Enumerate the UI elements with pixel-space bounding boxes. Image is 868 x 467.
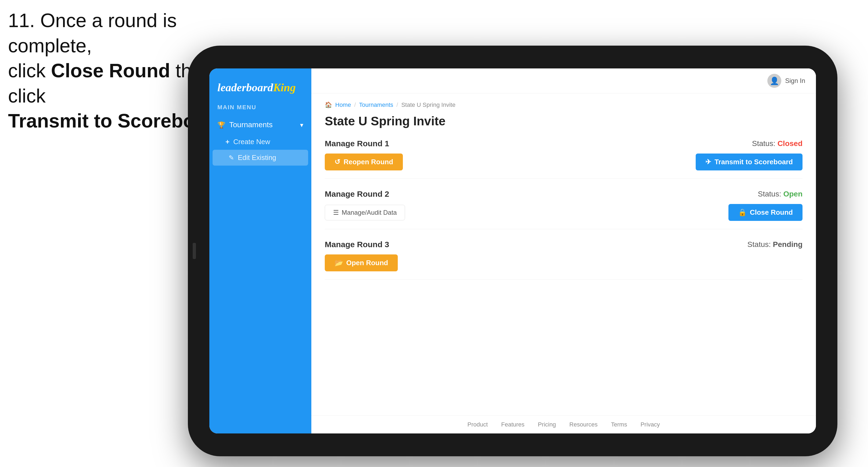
round-2-title: Manage Round 2 — [325, 189, 389, 198]
transmit-scoreboard-button[interactable]: ✈ Transmit to Scoreboard — [696, 154, 803, 170]
trophy-icon — [217, 121, 225, 129]
round-3-status: Status: Pending — [747, 240, 803, 249]
sidebar-edit-existing[interactable]: Edit Existing — [213, 150, 308, 165]
tablet-screen: leaderboardKing MAIN MENU Tournaments Cr… — [209, 68, 816, 433]
round-2-status-value: Open — [783, 190, 803, 198]
app-footer: Product Features Pricing Resources Terms… — [311, 415, 816, 433]
tablet-frame: leaderboardKing MAIN MENU Tournaments Cr… — [188, 45, 837, 456]
round-1-status: Status: Closed — [752, 139, 803, 148]
logo-area: leaderboardKing — [209, 76, 311, 101]
audit-icon: ☰ — [333, 209, 339, 216]
round-1-section: Manage Round 1 Status: Closed ↺ Reopen R… — [325, 139, 803, 179]
breadcrumb: 🏠 Home / Tournaments / State U Spring In… — [325, 101, 803, 108]
lock-icon: 🔒 — [738, 208, 747, 217]
footer-features[interactable]: Features — [501, 421, 524, 428]
main-menu-label: MAIN MENU — [209, 101, 311, 114]
app-logo: leaderboardKing — [217, 82, 303, 93]
avatar: 👤 — [767, 74, 781, 88]
footer-terms[interactable]: Terms — [611, 421, 627, 428]
sidebar-create-new[interactable]: Create New — [209, 134, 311, 150]
footer-privacy[interactable]: Privacy — [641, 421, 660, 428]
sidebar-item-tournaments[interactable]: Tournaments — [209, 116, 311, 134]
round-2-section: Manage Round 2 Status: Open ☰ Manage/Aud… — [325, 189, 803, 229]
open-icon: 📂 — [334, 259, 343, 267]
breadcrumb-home[interactable]: Home — [335, 101, 351, 108]
manage-audit-button[interactable]: ☰ Manage/Audit Data — [325, 205, 405, 220]
send-icon: ✈ — [705, 158, 711, 166]
breadcrumb-tournaments[interactable]: Tournaments — [359, 101, 393, 108]
plus-icon — [225, 138, 229, 146]
open-round-button[interactable]: 📂 Open Round — [325, 254, 398, 271]
footer-resources[interactable]: Resources — [569, 421, 597, 428]
edit-icon — [229, 154, 234, 162]
tablet-side-button — [193, 243, 196, 259]
sidebar: leaderboardKing MAIN MENU Tournaments Cr… — [209, 68, 311, 433]
sign-in-area[interactable]: 👤 Sign In — [767, 74, 805, 88]
footer-product[interactable]: Product — [467, 421, 488, 428]
footer-pricing[interactable]: Pricing — [538, 421, 556, 428]
reload-icon: ↺ — [334, 158, 340, 166]
page-body: 🏠 Home / Tournaments / State U Spring In… — [311, 93, 816, 415]
breadcrumb-current: State U Spring Invite — [401, 101, 456, 108]
page-title: State U Spring Invite — [325, 114, 803, 128]
round-2-status: Status: Open — [758, 190, 803, 198]
round-1-status-value: Closed — [778, 139, 803, 148]
sign-in-label[interactable]: Sign In — [785, 77, 805, 85]
chevron-down-icon — [300, 121, 303, 129]
app-header: 👤 Sign In — [311, 68, 816, 93]
round-3-section: Manage Round 3 Status: Pending 📂 Open Ro… — [325, 240, 803, 280]
reopen-round-button[interactable]: ↺ Reopen Round — [325, 154, 403, 170]
close-round-button[interactable]: 🔒 Close Round — [728, 204, 803, 221]
main-content: 👤 Sign In 🏠 Home / Tournaments / State U… — [311, 68, 816, 433]
round-1-title: Manage Round 1 — [325, 139, 389, 148]
home-icon: 🏠 — [325, 101, 332, 108]
round-3-status-value: Pending — [773, 240, 803, 249]
round-3-title: Manage Round 3 — [325, 240, 389, 249]
